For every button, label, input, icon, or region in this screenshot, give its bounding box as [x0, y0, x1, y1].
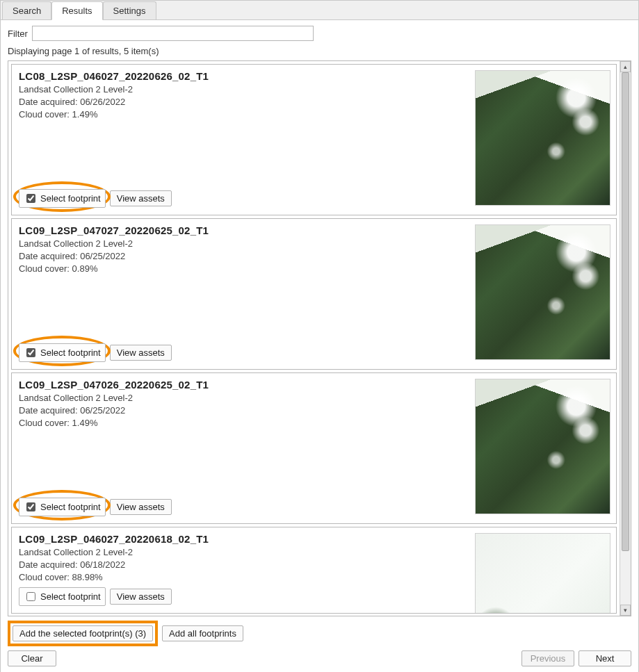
footer-row-nav: Clear Previous Next [8, 650, 631, 666]
scroll-track[interactable] [620, 72, 631, 605]
result-actions: Select footprintView assets [19, 343, 172, 362]
view-assets-button[interactable]: View assets [110, 499, 172, 515]
next-button[interactable]: Next [579, 650, 631, 666]
result-card: LC08_L2SP_046027_20220626_02_T1Landsat C… [11, 64, 617, 215]
thumbnail-image [475, 70, 610, 206]
results-scroll: LC08_L2SP_046027_20220626_02_T1Landsat C… [8, 61, 620, 616]
add-selected-footprints-button[interactable]: Add the selected footprint(s) (3) [13, 625, 153, 641]
results-body: Filter Displaying page 1 of results, 5 i… [1, 20, 638, 672]
thumbnail-image [475, 379, 610, 514]
result-actions: Select footprintView assets [19, 587, 172, 606]
select-footprint-checkbox[interactable]: Select footprint [19, 587, 106, 606]
tab-search[interactable]: Search [2, 1, 51, 19]
view-assets-button[interactable]: View assets [110, 345, 172, 361]
add-all-footprints-button[interactable]: Add all footprints [162, 625, 243, 641]
select-footprint-checkbox[interactable]: Select footprint [19, 189, 106, 208]
results-container: LC08_L2SP_046027_20220626_02_T1Landsat C… [8, 60, 631, 616]
result-actions: Select footprintView assets [19, 189, 172, 208]
status-text: Displaying page 1 of results, 5 item(s) [8, 46, 631, 56]
scroll-thumb[interactable] [622, 72, 629, 551]
select-footprint-label: Select footprint [40, 193, 101, 204]
results-panel: Search Results Settings Filter Displayin… [0, 0, 639, 672]
result-card: LC09_L2SP_046027_20220618_02_T1Landsat C… [11, 527, 617, 614]
tab-results[interactable]: Results [51, 1, 102, 20]
checkbox-input[interactable] [26, 194, 35, 203]
select-footprint-checkbox[interactable]: Select footprint [19, 498, 106, 516]
previous-button[interactable]: Previous [521, 650, 574, 666]
highlight-add-selected: Add the selected footprint(s) (3) [8, 621, 158, 646]
clear-button[interactable]: Clear [8, 650, 56, 666]
select-footprint-label: Select footprint [40, 591, 101, 602]
filter-label: Filter [8, 28, 28, 39]
result-card: LC09_L2SP_047027_20220625_02_T1Landsat C… [11, 218, 617, 370]
filter-input[interactable] [32, 26, 314, 41]
filter-row: Filter [8, 26, 631, 41]
scroll-up-icon[interactable]: ▴ [620, 61, 631, 72]
select-footprint-label: Select footprint [40, 347, 101, 358]
checkbox-input[interactable] [26, 348, 35, 357]
tab-settings[interactable]: Settings [103, 1, 156, 19]
select-footprint-label: Select footprint [40, 502, 101, 512]
thumbnail-image [475, 533, 610, 614]
scrollbar[interactable]: ▴ ▾ [620, 61, 631, 616]
scroll-down-icon[interactable]: ▾ [620, 605, 631, 616]
footer-row-add: Add the selected footprint(s) (3) Add al… [8, 621, 631, 646]
footer: Add the selected footprint(s) (3) Add al… [8, 616, 631, 666]
select-footprint-checkbox[interactable]: Select footprint [19, 343, 106, 362]
checkbox-input[interactable] [26, 502, 35, 511]
checkbox-input[interactable] [26, 592, 35, 601]
result-card: LC09_L2SP_047026_20220625_02_T1Landsat C… [11, 372, 617, 524]
result-actions: Select footprintView assets [19, 498, 172, 516]
view-assets-button[interactable]: View assets [110, 589, 172, 605]
thumbnail-image [475, 224, 610, 360]
tab-bar: Search Results Settings [1, 1, 638, 20]
view-assets-button[interactable]: View assets [110, 190, 172, 206]
